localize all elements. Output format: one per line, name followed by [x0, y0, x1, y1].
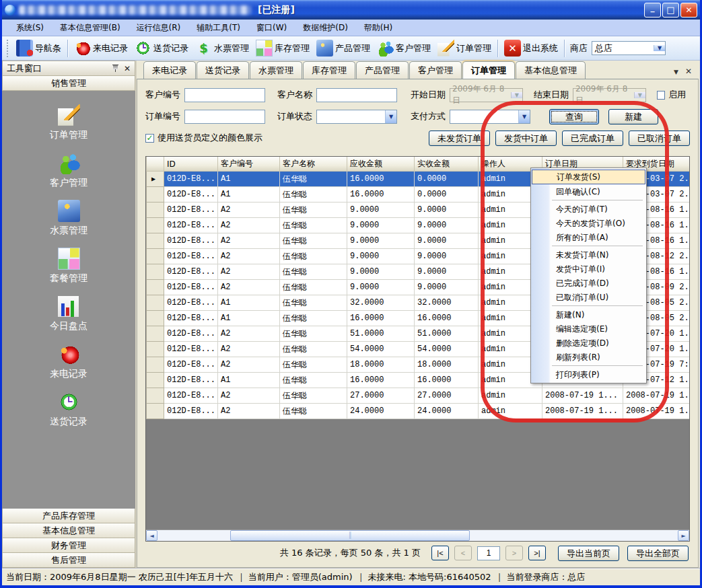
context-menu-item[interactable]: 今天的发货订单(O): [532, 216, 645, 230]
first-page-button[interactable]: |<: [431, 546, 449, 560]
table-row[interactable]: 012D-E8... A2 伍华聪 24.0000 24.0000 admin …: [147, 404, 690, 419]
end-date-picker[interactable]: 2009年 6月 8日: [573, 88, 646, 102]
menubar-item[interactable]: 基本信息管理(B): [52, 20, 128, 36]
shop-select[interactable]: 总店: [592, 41, 666, 55]
row-selector-cell[interactable]: [147, 249, 164, 264]
tab[interactable]: 客户管理: [409, 61, 462, 79]
tab-close-icon[interactable]: [685, 67, 692, 76]
enable-checkbox[interactable]: [657, 91, 665, 100]
tab-list-dropdown-icon[interactable]: [674, 67, 678, 76]
tab[interactable]: 水票管理: [250, 61, 302, 79]
context-menu-item[interactable]: 新建(N): [532, 307, 645, 322]
toolbar-button[interactable]: 库存管理: [252, 38, 313, 59]
row-selector-cell[interactable]: [147, 203, 164, 218]
column-header[interactable]: ID: [164, 157, 218, 172]
sidebar-item[interactable]: 订单管理: [2, 99, 135, 147]
context-menu-item[interactable]: 已取消订单(U): [532, 290, 645, 304]
scroll-left-icon[interactable]: ◄: [146, 530, 157, 541]
maximize-button[interactable]: [662, 3, 679, 17]
toolbar-button[interactable]: 来电记录: [71, 38, 131, 59]
horizontal-scrollbar[interactable]: ◄ ►: [146, 529, 689, 541]
chevron-down-icon[interactable]: [654, 45, 665, 51]
start-date-picker[interactable]: 2009年 6月 8日: [450, 88, 523, 102]
tab[interactable]: 送货记录: [197, 61, 249, 79]
row-selector-cell[interactable]: [147, 280, 164, 295]
context-menu-item[interactable]: 发货中订单(I): [532, 262, 645, 276]
minimize-button[interactable]: [644, 3, 661, 17]
row-selector-cell[interactable]: [147, 187, 164, 203]
context-menu-item[interactable]: 订单发货(S): [532, 170, 645, 184]
order-status-filter-button[interactable]: 已取消订单: [629, 131, 690, 146]
last-page-button[interactable]: >|: [528, 546, 546, 560]
context-menu-item[interactable]: 今天的订单(T): [532, 202, 645, 216]
toolbar-button[interactable]: 导航条: [13, 38, 65, 59]
context-menu-item[interactable]: 已完成订单(D): [532, 276, 645, 290]
menubar-item[interactable]: 运行信息(R): [129, 20, 188, 36]
column-header[interactable]: 客户编号: [218, 157, 280, 172]
tab[interactable]: 来电记录: [143, 61, 196, 79]
row-selector-cell[interactable]: [147, 357, 164, 373]
row-selector-cell[interactable]: [147, 373, 164, 388]
toolbar-button[interactable]: 订单管理: [434, 38, 495, 59]
toolbar-button[interactable]: 送货记录: [131, 38, 192, 59]
next-page-button[interactable]: >: [505, 546, 523, 560]
close-button[interactable]: [680, 3, 697, 17]
scrollbar-thumb[interactable]: [230, 530, 470, 541]
chevron-down-icon[interactable]: [518, 110, 530, 123]
tab[interactable]: 产品管理: [356, 61, 409, 79]
sidebar-section[interactable]: 产品库存管理: [2, 509, 135, 523]
order-status-filter-button[interactable]: 已完成订单: [562, 131, 623, 146]
row-selector-cell[interactable]: [147, 388, 164, 404]
column-header[interactable]: 应收金额: [347, 157, 415, 172]
row-selector-cell[interactable]: [147, 326, 164, 342]
sidebar-item[interactable]: 客户管理: [2, 147, 135, 194]
tab[interactable]: 基本信息管理: [516, 61, 586, 79]
tab[interactable]: 库存管理: [303, 61, 355, 79]
sidebar-item[interactable]: 今日盘点: [2, 290, 135, 338]
order-status-filter-button[interactable]: 发货中订单: [495, 131, 557, 146]
row-selector-cell[interactable]: [147, 264, 164, 280]
scroll-right-icon[interactable]: ►: [678, 530, 689, 541]
sidebar-section[interactable]: 基本信息管理: [2, 523, 135, 538]
menubar-item[interactable]: 系统(S): [9, 20, 51, 36]
export-current-page-button[interactable]: 导出当前页: [558, 546, 619, 561]
sidebar-item[interactable]: 套餐管理: [2, 242, 135, 290]
menubar-item[interactable]: 帮助(H): [357, 20, 400, 36]
export-all-pages-button[interactable]: 导出全部页: [627, 546, 689, 561]
toolbar-button[interactable]: 水票管理: [192, 38, 252, 59]
toolbar-button[interactable]: 产品管理: [313, 38, 374, 59]
context-menu-item[interactable]: 所有的订单(A): [532, 230, 645, 244]
row-selector-cell[interactable]: [147, 404, 164, 419]
column-header[interactable]: 客户名称: [280, 157, 347, 172]
context-menu-item[interactable]: 回单确认(C): [532, 184, 645, 198]
order-status-select[interactable]: [316, 110, 397, 124]
tool-window-close-icon[interactable]: ✕: [124, 64, 131, 73]
tab[interactable]: 订单管理: [462, 61, 515, 79]
query-button[interactable]: 查询: [549, 109, 599, 124]
customer-name-input[interactable]: [316, 88, 397, 102]
order-status-filter-button[interactable]: 未发货订单: [429, 131, 490, 146]
row-selector-cell[interactable]: [147, 218, 164, 233]
sidebar-item[interactable]: 水票管理: [2, 194, 135, 242]
sidebar-item[interactable]: 来电记录: [2, 338, 135, 385]
sidebar-section[interactable]: 售后管理: [2, 553, 135, 568]
page-number-input[interactable]: [477, 546, 500, 560]
customer-no-input[interactable]: [184, 88, 265, 102]
row-selector-cell[interactable]: [147, 311, 164, 326]
context-menu-item[interactable]: 刷新列表(R): [532, 350, 645, 364]
chevron-down-icon[interactable]: [385, 110, 396, 123]
context-menu-item[interactable]: 未发货订单(N): [532, 248, 645, 262]
order-no-input[interactable]: [184, 110, 265, 124]
column-header[interactable]: 实收金额: [415, 157, 479, 172]
toolbar-button[interactable]: 退出系统: [501, 38, 561, 59]
menubar-item[interactable]: 辅助工具(T): [189, 20, 248, 36]
menubar-item[interactable]: 数据维护(D): [295, 20, 355, 36]
sidebar-section-sales[interactable]: 销售管理: [2, 76, 135, 91]
pin-icon[interactable]: [112, 65, 118, 72]
sidebar-section[interactable]: 财务管理: [2, 538, 135, 553]
context-menu-item[interactable]: 删除选定项(D): [532, 336, 645, 350]
color-display-checkbox[interactable]: [145, 134, 154, 143]
context-menu-item[interactable]: 打印列表(P): [532, 367, 645, 381]
menubar-item[interactable]: 窗口(W): [249, 20, 294, 36]
prev-page-button[interactable]: <: [454, 546, 472, 560]
